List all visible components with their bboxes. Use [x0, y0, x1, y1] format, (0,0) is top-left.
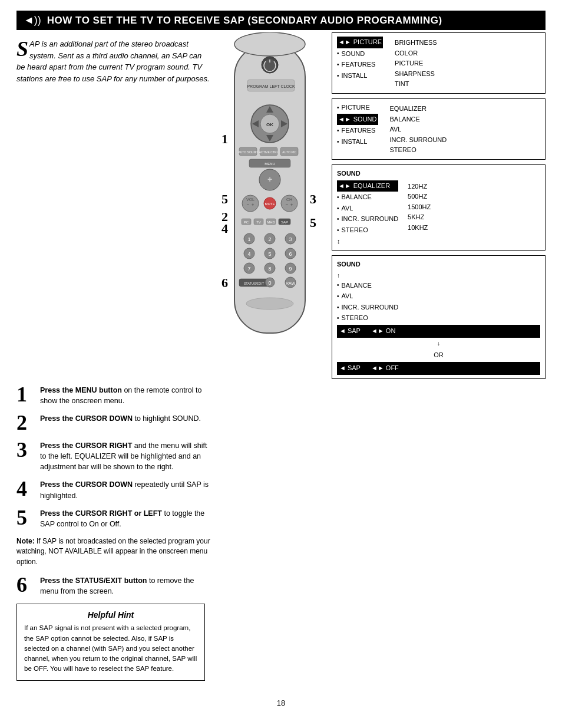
svg-text:+: +: [290, 202, 293, 207]
steps-column: 1 Press the MENU button on the remote co…: [16, 385, 217, 681]
svg-text:+: +: [252, 202, 254, 207]
menu4-title: SOUND: [337, 259, 540, 270]
svg-text:7: 7: [247, 266, 250, 272]
menu-row4-stereo: • STEREO: [337, 313, 540, 324]
remote-control: PROGRAM LEFT CLOCK OK AUTO SOUND: [217, 32, 326, 339]
remote-step-5a: 5: [222, 192, 228, 207]
intro-text: SAP is an additional part of the stereo …: [16, 38, 217, 84]
svg-text:+: +: [267, 174, 272, 184]
menu-row-sound: • SOUND: [337, 49, 383, 60]
or-text: OR: [337, 350, 540, 361]
menu-panel-sound: • PICTURE ◄► SOUND • FEATURES: [332, 98, 546, 160]
page-title: How to Set the TV to Receive SAP (Second…: [47, 15, 442, 27]
helpful-hint-text: If an SAP signal is not present with a s…: [24, 623, 197, 674]
helpful-hint-box: Helpful Hint If an SAP signal is not pre…: [16, 604, 205, 680]
svg-text:−: −: [286, 202, 289, 207]
step-5: 5 Press the CURSOR RIGHT or LEFT to togg…: [16, 508, 211, 529]
svg-text:MHD: MHD: [267, 220, 275, 224]
menu-panel-sap: SOUND ↑ • BALANCE • AVL • INCR. SURROUN: [332, 255, 546, 379]
audio-icon: ◄)): [24, 14, 41, 27]
menu-row3-stereo: • STEREO: [337, 225, 398, 236]
step-6: 6 Press the STATUS/EXIT button to remove…: [16, 575, 211, 597]
svg-text:3: 3: [289, 236, 292, 242]
menu-panel-picture: ◄► PICTURE • SOUND • FEATURES: [332, 32, 546, 94]
svg-text:MENU: MENU: [265, 162, 275, 166]
remote-svg: PROGRAM LEFT CLOCK OK AUTO SOUND: [217, 32, 326, 339]
svg-text:VOL: VOL: [246, 197, 254, 202]
svg-text:0: 0: [268, 280, 271, 286]
svg-text:AUTO SOUND: AUTO SOUND: [238, 150, 258, 154]
sap-off-row: ◄ SAP ◄► OFF: [337, 362, 540, 375]
svg-text:ACTIVE CTRL: ACTIVE CTRL: [259, 150, 279, 154]
svg-point-1: [234, 32, 305, 56]
menu-panel-equalizer: SOUND ◄► EQUALIZER • BALANCE: [332, 164, 546, 251]
menu-row3-incr: • INCR. SURROUND: [337, 214, 398, 225]
step-3: 3 Press the CURSOR RIGHT and the menu wi…: [16, 440, 211, 472]
svg-text:5: 5: [268, 251, 271, 257]
svg-text:MUTE: MUTE: [265, 202, 275, 206]
step-2: 2 Press the CURSOR DOWN to highlight SOU…: [16, 413, 211, 433]
svg-text:PC: PC: [244, 220, 249, 224]
svg-text:2: 2: [268, 236, 271, 242]
svg-text:OK: OK: [266, 122, 273, 127]
svg-text:1: 1: [247, 236, 250, 242]
svg-text:8: 8: [268, 266, 271, 272]
remote-step-4: 4: [222, 221, 228, 236]
svg-text:AUTO PIC: AUTO PIC: [282, 150, 296, 154]
note-text: Note: If SAP is not broadcasted on the s…: [16, 536, 211, 567]
menu-row2-sound-highlighted: ◄► SOUND: [337, 114, 378, 126]
svg-text:4: 4: [247, 251, 250, 257]
header-bar: ◄)) How to Set the TV to Receive SAP (Se…: [16, 11, 546, 30]
menu-row3-eq-highlighted: ◄► EQUALIZER: [337, 180, 398, 192]
page: ◄)) How to Set the TV to Receive SAP (Se…: [0, 0, 562, 728]
sap-on-row: ◄ SAP ◄► ON: [337, 325, 540, 338]
svg-text:TV: TV: [256, 220, 261, 224]
menu-row4-balance: • BALANCE: [337, 281, 540, 291]
svg-text:6: 6: [289, 251, 292, 257]
remote-step-3: 3: [310, 192, 316, 207]
menu-row2-install: • INSTALL: [337, 137, 378, 147]
helpful-hint-title: Helpful Hint: [24, 610, 197, 620]
svg-text:PROGRAM LEFT CLOCK: PROGRAM LEFT CLOCK: [247, 84, 295, 88]
menu-row3-avl: • AVL: [337, 203, 398, 214]
svg-text:RAW: RAW: [286, 281, 295, 285]
menu-row3-balance: • BALANCE: [337, 192, 398, 203]
remote-step-5b: 5: [310, 215, 316, 230]
menu3-title: SOUND: [337, 169, 540, 179]
menu-row-install: • INSTALL: [337, 71, 383, 81]
svg-text:−: −: [247, 202, 250, 207]
step-1: 1 Press the MENU button on the remote co…: [16, 385, 211, 406]
menu-row-picture-highlighted: ◄► PICTURE: [337, 37, 383, 48]
menu-row-features: • FEATURES: [337, 60, 383, 70]
drop-cap: S: [16, 38, 28, 60]
menu-row4-avl: • AVL: [337, 291, 540, 302]
menu-row2-features: • FEATURES: [337, 126, 378, 136]
remote-step-6: 6: [222, 275, 228, 291]
svg-text:9: 9: [289, 266, 292, 272]
svg-text:STATUS/EXIT: STATUS/EXIT: [244, 282, 265, 285]
menu-panels: ◄► PICTURE • SOUND • FEATURES: [332, 32, 546, 379]
menu-row2-picture: • PICTURE: [337, 103, 378, 113]
menu-row4-incr: • INCR. SURROUND: [337, 302, 540, 313]
svg-point-66: [246, 298, 293, 309]
page-number: 18: [16, 699, 546, 707]
svg-text:SAP: SAP: [281, 220, 288, 224]
svg-text:CH: CH: [286, 197, 292, 202]
step-4: 4 Press the CURSOR DOWN repeatedly until…: [16, 479, 211, 500]
remote-step-1: 1: [222, 131, 228, 147]
